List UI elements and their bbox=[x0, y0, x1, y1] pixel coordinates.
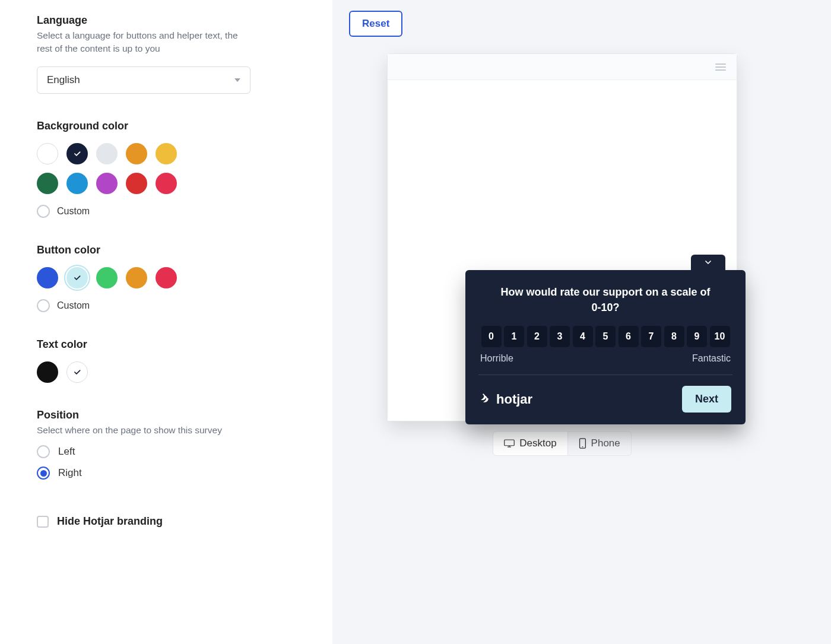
radio-icon bbox=[37, 299, 50, 312]
swatch[interactable] bbox=[156, 143, 177, 164]
rating-option[interactable]: 7 bbox=[641, 326, 661, 347]
hide-branding-option[interactable]: Hide Hotjar branding bbox=[37, 515, 296, 528]
position-title: Position bbox=[37, 409, 296, 421]
hotjar-logo: hotjar bbox=[480, 392, 532, 407]
position-help: Select where on the page to show this su… bbox=[37, 424, 239, 437]
rating-option[interactable]: 6 bbox=[619, 326, 639, 347]
rating-option[interactable]: 2 bbox=[527, 326, 547, 347]
survey-widget: How would rate our support on a scale of… bbox=[465, 270, 746, 424]
text-swatch-row bbox=[37, 361, 191, 383]
chevron-down-icon bbox=[234, 78, 240, 82]
background-custom-option[interactable]: Custom bbox=[37, 205, 296, 218]
button-swatch-row bbox=[37, 267, 191, 288]
section-text-color: Text color bbox=[37, 338, 296, 383]
rating-option[interactable]: 4 bbox=[573, 326, 593, 347]
position-option[interactable]: Right bbox=[37, 467, 296, 480]
radio-icon bbox=[37, 467, 50, 480]
phone-icon bbox=[579, 438, 586, 449]
next-button[interactable]: Next bbox=[682, 386, 731, 413]
browser-frame: How would rate our support on a scale of… bbox=[387, 53, 737, 421]
swatch[interactable] bbox=[37, 267, 58, 288]
section-button-color: Button color Custom bbox=[37, 244, 296, 312]
rating-option[interactable]: 9 bbox=[687, 326, 707, 347]
radio-icon bbox=[37, 205, 50, 218]
position-options: LeftRight bbox=[37, 445, 296, 480]
svg-rect-0 bbox=[505, 440, 515, 446]
swatch[interactable] bbox=[126, 173, 147, 194]
background-title: Background color bbox=[37, 120, 296, 132]
swatch[interactable] bbox=[66, 173, 88, 194]
rating-option[interactable]: 0 bbox=[481, 326, 502, 347]
survey-card: How would rate our support on a scale of… bbox=[465, 270, 746, 424]
hotjar-mark-icon bbox=[480, 394, 491, 405]
swatch[interactable] bbox=[156, 267, 177, 288]
section-position: Position Select where on the page to sho… bbox=[37, 409, 296, 480]
swatch[interactable] bbox=[96, 143, 118, 164]
position-option-label: Right bbox=[58, 467, 82, 479]
scale-label-high: Fantastic bbox=[692, 353, 731, 364]
swatch[interactable] bbox=[37, 361, 58, 383]
device-phone-label: Phone bbox=[591, 437, 620, 449]
swatch[interactable] bbox=[66, 143, 88, 164]
swatch[interactable] bbox=[96, 173, 118, 194]
hotjar-wordmark: hotjar bbox=[496, 392, 532, 407]
text-color-title: Text color bbox=[37, 338, 296, 351]
language-selected-value: English bbox=[47, 74, 80, 86]
hide-branding-label: Hide Hotjar branding bbox=[57, 515, 163, 528]
rating-option[interactable]: 1 bbox=[504, 326, 524, 347]
swatch[interactable] bbox=[66, 267, 88, 288]
language-title: Language bbox=[37, 14, 296, 27]
section-background-color: Background color Custom bbox=[37, 120, 296, 218]
button-custom-option[interactable]: Custom bbox=[37, 299, 296, 312]
swatch[interactable] bbox=[66, 361, 88, 383]
button-custom-label: Custom bbox=[57, 300, 90, 311]
background-custom-label: Custom bbox=[57, 206, 90, 217]
device-desktop-button[interactable]: Desktop bbox=[493, 431, 567, 456]
chevron-down-icon bbox=[703, 258, 713, 267]
swatch[interactable] bbox=[37, 143, 58, 164]
settings-panel: Language Select a language for buttons a… bbox=[0, 0, 332, 644]
preview-panel: Reset How would rate our support on a sc… bbox=[332, 0, 831, 644]
swatch[interactable] bbox=[126, 143, 147, 164]
browser-bar bbox=[388, 54, 737, 80]
scale-label-low: Horrible bbox=[480, 353, 513, 364]
swatch[interactable] bbox=[126, 267, 147, 288]
preview-area: How would rate our support on a scale of… bbox=[349, 53, 775, 456]
desktop-icon bbox=[504, 439, 515, 448]
survey-footer: hotjar Next bbox=[478, 375, 732, 424]
rating-option[interactable]: 3 bbox=[550, 326, 570, 347]
rating-option[interactable]: 5 bbox=[595, 326, 616, 347]
rating-option[interactable]: 10 bbox=[710, 326, 730, 347]
radio-icon bbox=[37, 445, 50, 458]
collapse-tab[interactable] bbox=[691, 255, 725, 270]
rating-scale: 012345678910 bbox=[478, 326, 732, 347]
device-toggle: Desktop Phone bbox=[349, 431, 775, 456]
button-color-title: Button color bbox=[37, 244, 296, 256]
swatch[interactable] bbox=[96, 267, 118, 288]
device-phone-button[interactable]: Phone bbox=[568, 431, 632, 456]
swatch[interactable] bbox=[37, 173, 58, 194]
reset-button[interactable]: Reset bbox=[349, 11, 402, 37]
language-select-wrap: English bbox=[37, 66, 296, 94]
swatch[interactable] bbox=[156, 173, 177, 194]
position-option-label: Left bbox=[58, 446, 75, 458]
language-help: Select a language for buttons and helper… bbox=[37, 29, 239, 56]
scale-labels: Horrible Fantastic bbox=[478, 353, 732, 371]
section-language: Language Select a language for buttons a… bbox=[37, 14, 296, 94]
language-select[interactable]: English bbox=[37, 66, 250, 94]
hamburger-icon bbox=[715, 64, 726, 71]
checkbox-icon bbox=[37, 516, 49, 528]
rating-option[interactable]: 8 bbox=[664, 326, 684, 347]
position-option[interactable]: Left bbox=[37, 445, 296, 458]
survey-question: How would rate our support on a scale of… bbox=[499, 284, 712, 315]
background-swatch-row bbox=[37, 143, 191, 194]
device-desktop-label: Desktop bbox=[519, 437, 556, 449]
